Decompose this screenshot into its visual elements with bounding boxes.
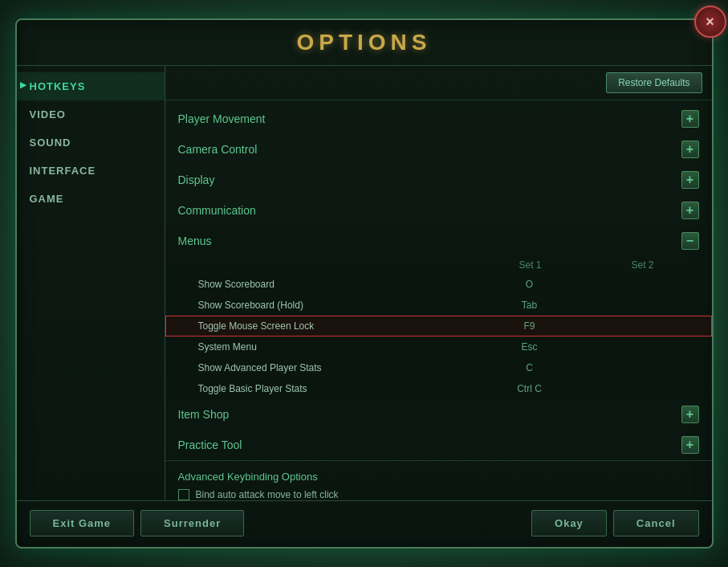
- menus-header[interactable]: Menus −: [165, 226, 712, 256]
- section-camera-control[interactable]: Camera Control +: [165, 134, 712, 165]
- keybind-set1[interactable]: C: [474, 362, 586, 373]
- footer: Exit Game Surrender Okay Cancel: [17, 500, 712, 545]
- sidebar: HOTKEYS VIDEO SOUND INTERFACE GAME: [17, 66, 165, 500]
- section-label: Item Shop: [178, 408, 230, 421]
- exit-game-button[interactable]: Exit Game: [30, 510, 135, 536]
- title-bar: OPTIONS ×: [17, 20, 712, 66]
- advanced-section: Advanced Keybinding Options Bind auto at…: [165, 460, 712, 500]
- section-label: Communication: [178, 204, 256, 217]
- section-player-movement[interactable]: Player Movement +: [165, 104, 712, 134]
- keybind-name: Show Scoreboard (Hold): [198, 300, 474, 311]
- keybind-name: Show Scoreboard: [198, 279, 474, 290]
- dialog-title: OPTIONS: [296, 30, 431, 55]
- section-menus: Menus − Set 1 Set 2 Show Scoreboard O: [165, 226, 712, 399]
- sidebar-item-video[interactable]: VIDEO: [17, 100, 165, 128]
- section-toggle-display[interactable]: +: [681, 171, 699, 189]
- menus-label: Menus: [178, 235, 212, 247]
- checkbox-row: Bind auto attack move to left click: [178, 489, 699, 500]
- close-button[interactable]: ×: [694, 6, 726, 38]
- sidebar-item-label: INTERFACE: [30, 165, 96, 177]
- section-label: Practice Tool: [178, 439, 242, 451]
- content-area: HOTKEYS VIDEO SOUND INTERFACE GAME Res: [17, 66, 712, 500]
- sidebar-item-label: GAME: [30, 193, 64, 205]
- section-toggle-menus[interactable]: −: [681, 232, 699, 250]
- keybind-system-menu[interactable]: System Menu Esc: [165, 337, 712, 357]
- section-toggle-camera-control[interactable]: +: [681, 141, 699, 158]
- keybind-show-advanced-player-stats[interactable]: Show Advanced Player Stats C: [165, 357, 712, 378]
- keybind-show-scoreboard-hold[interactable]: Show Scoreboard (Hold) Tab: [165, 295, 712, 316]
- keybind-set1[interactable]: Tab: [474, 300, 586, 311]
- footer-left: Exit Game Surrender: [30, 510, 245, 536]
- section-item-shop[interactable]: Item Shop +: [165, 399, 712, 430]
- sections-list: Player Movement + Camera Control + Displ…: [165, 100, 712, 500]
- restore-defaults-button[interactable]: Restore Defaults: [606, 72, 702, 93]
- section-display[interactable]: Display +: [165, 165, 712, 195]
- keybind-show-scoreboard[interactable]: Show Scoreboard O: [165, 274, 712, 295]
- sidebar-item-label: HOTKEYS: [30, 80, 86, 92]
- sidebar-item-game[interactable]: GAME: [17, 185, 165, 213]
- keybind-toggle-basic-player-stats[interactable]: Toggle Basic Player Stats Ctrl C: [165, 378, 712, 399]
- section-toggle-item-shop[interactable]: +: [681, 406, 699, 423]
- main-toolbar: Restore Defaults: [165, 66, 712, 100]
- okay-button[interactable]: Okay: [531, 510, 607, 536]
- bind-auto-attack-checkbox[interactable]: [178, 489, 189, 500]
- keybind-set1[interactable]: F9: [474, 320, 586, 332]
- sidebar-item-interface[interactable]: INTERFACE: [17, 157, 165, 185]
- section-toggle-practice-tool[interactable]: +: [681, 436, 699, 454]
- section-toggle-communication[interactable]: +: [681, 202, 699, 219]
- footer-right: Okay Cancel: [531, 510, 698, 536]
- column-headers: Set 1 Set 2: [165, 256, 712, 274]
- dialog-overlay: OPTIONS × HOTKEYS VIDEO SOUND INTERFACE: [15, 18, 714, 549]
- section-toggle-player-movement[interactable]: +: [681, 110, 699, 128]
- keybind-name: Toggle Basic Player Stats: [198, 383, 474, 394]
- keybind-set1[interactable]: Ctrl C: [474, 383, 586, 394]
- section-practice-tool[interactable]: Practice Tool +: [165, 430, 712, 460]
- keybind-name: Toggle Mouse Screen Lock: [198, 320, 474, 332]
- options-dialog: OPTIONS × HOTKEYS VIDEO SOUND INTERFACE: [15, 18, 714, 549]
- section-label: Player Movement: [178, 112, 266, 125]
- section-label: Display: [178, 173, 215, 186]
- col-set1-header: Set 1: [474, 259, 587, 271]
- cancel-button[interactable]: Cancel: [613, 510, 699, 536]
- keybind-name: System Menu: [198, 341, 474, 353]
- advanced-title: Advanced Keybinding Options: [178, 471, 699, 483]
- keybind-name: Show Advanced Player Stats: [198, 362, 474, 373]
- checkbox-label: Bind auto attack move to left click: [196, 489, 339, 500]
- col-set2-header: Set 2: [587, 259, 699, 271]
- sidebar-item-sound[interactable]: SOUND: [17, 128, 165, 157]
- main-panel: Restore Defaults Player Movement + Camer…: [165, 66, 712, 500]
- surrender-button[interactable]: Surrender: [140, 510, 244, 536]
- keybind-set1[interactable]: O: [474, 279, 586, 290]
- sidebar-item-label: SOUND: [30, 137, 71, 149]
- section-label: Camera Control: [178, 143, 258, 156]
- col-name-header: [165, 259, 474, 271]
- keybind-toggle-mouse-screen-lock[interactable]: Toggle Mouse Screen Lock F9: [165, 316, 712, 337]
- keybind-set1[interactable]: Esc: [474, 341, 586, 353]
- sidebar-item-label: VIDEO: [30, 108, 66, 120]
- section-communication[interactable]: Communication +: [165, 195, 712, 226]
- sidebar-item-hotkeys[interactable]: HOTKEYS: [17, 72, 165, 100]
